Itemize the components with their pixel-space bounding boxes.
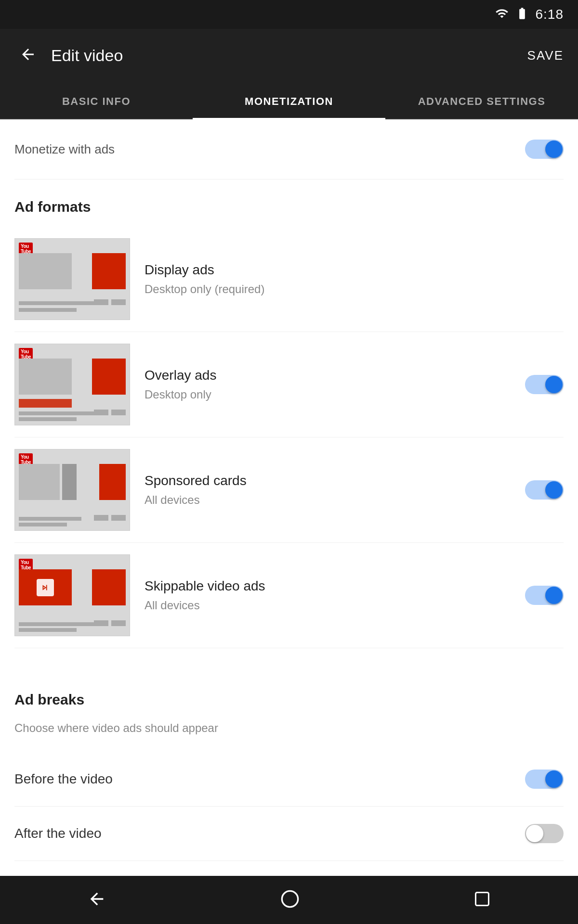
ad-formats-section: Ad formats YouTube Display ads Desktop o… <box>14 180 564 648</box>
monetize-toggle[interactable] <box>525 140 564 159</box>
display-ads-desc: Desktop only (required) <box>144 282 564 296</box>
status-icons: 6:18 <box>495 7 564 22</box>
skippable-video-ads-toggle-area <box>515 586 564 605</box>
battery-icon <box>515 7 529 22</box>
recents-nav-button[interactable] <box>466 883 499 917</box>
sponsored-cards-info: Sponsored cards All devices <box>144 473 515 507</box>
toggle-thumb <box>545 587 563 604</box>
sponsored-cards-name: Sponsored cards <box>144 473 515 488</box>
sponsored-cards-toggle-area <box>515 480 564 500</box>
list-item: YouTube Overlay ads Desktop only <box>14 332 564 437</box>
toggle-thumb <box>526 825 543 842</box>
toggle-thumb <box>545 376 563 393</box>
back-nav-button[interactable] <box>79 882 114 918</box>
ad-formats-heading: Ad formats <box>14 180 564 227</box>
ad-breaks-heading: Ad breaks <box>14 672 564 719</box>
wifi-icon <box>495 7 509 22</box>
toggle-thumb <box>545 481 563 499</box>
svg-point-0 <box>282 891 298 907</box>
overlay-ads-name: Overlay ads <box>144 368 515 383</box>
save-button[interactable]: SAVE <box>527 48 564 63</box>
skippable-video-ads-toggle[interactable] <box>525 586 564 605</box>
overlay-ads-desc: Desktop only <box>144 388 515 401</box>
display-ads-info: Display ads Desktop only (required) <box>144 262 564 296</box>
tab-advanced-settings[interactable]: ADVANCED SETTINGS <box>385 82 578 118</box>
skippable-video-ads-info: Skippable video ads All devices <box>144 578 515 612</box>
after-video-row: After the video <box>14 807 564 861</box>
overlay-ads-info: Overlay ads Desktop only <box>144 368 515 401</box>
tab-monetization[interactable]: MONETIZATION <box>193 82 385 118</box>
before-video-toggle[interactable] <box>525 770 564 789</box>
list-item: YouTube Display ads Desktop only (requir… <box>14 227 564 332</box>
top-bar: Edit video SAVE <box>0 29 578 82</box>
content-area: Monetize with ads Ad formats YouTube <box>0 119 578 924</box>
overlay-ads-toggle[interactable] <box>525 375 564 394</box>
home-nav-button[interactable] <box>273 882 307 918</box>
back-button[interactable] <box>14 41 41 70</box>
display-ads-thumbnail: YouTube <box>14 238 130 320</box>
display-ads-name: Display ads <box>144 262 564 278</box>
before-video-row: Before the video <box>14 752 564 807</box>
overlay-ads-thumbnail: YouTube <box>14 344 130 425</box>
monetize-label: Monetize with ads <box>14 142 115 157</box>
page-title: Edit video <box>51 46 527 65</box>
svg-rect-1 <box>476 893 489 906</box>
before-video-label: Before the video <box>14 771 113 787</box>
toggle-thumb <box>545 770 563 788</box>
sponsored-cards-toggle[interactable] <box>525 480 564 500</box>
after-video-label: After the video <box>14 826 102 841</box>
after-video-toggle[interactable] <box>525 824 564 843</box>
play-icon <box>37 579 54 596</box>
overlay-ads-toggle-area <box>515 375 564 394</box>
skippable-video-ads-name: Skippable video ads <box>144 578 515 594</box>
status-time: 6:18 <box>536 7 564 22</box>
toggle-thumb <box>545 141 563 158</box>
skippable-video-ads-thumbnail: YouTube <box>14 554 130 636</box>
tab-basic-info[interactable]: BASIC INFO <box>0 82 193 118</box>
sponsored-cards-thumbnail: YouTube <box>14 449 130 531</box>
ad-breaks-subtitle: Choose where video ads should appear <box>14 721 564 735</box>
monetize-row: Monetize with ads <box>14 119 564 180</box>
tab-bar: BASIC INFO MONETIZATION ADVANCED SETTING… <box>0 82 578 119</box>
list-item: YouTube Skippable video ads All devices <box>14 543 564 648</box>
status-bar: 6:18 <box>0 0 578 29</box>
bottom-nav <box>0 876 578 924</box>
sponsored-cards-desc: All devices <box>144 493 515 507</box>
list-item: YouTube Sponsored cards All devices <box>14 437 564 543</box>
skippable-video-ads-desc: All devices <box>144 599 515 612</box>
